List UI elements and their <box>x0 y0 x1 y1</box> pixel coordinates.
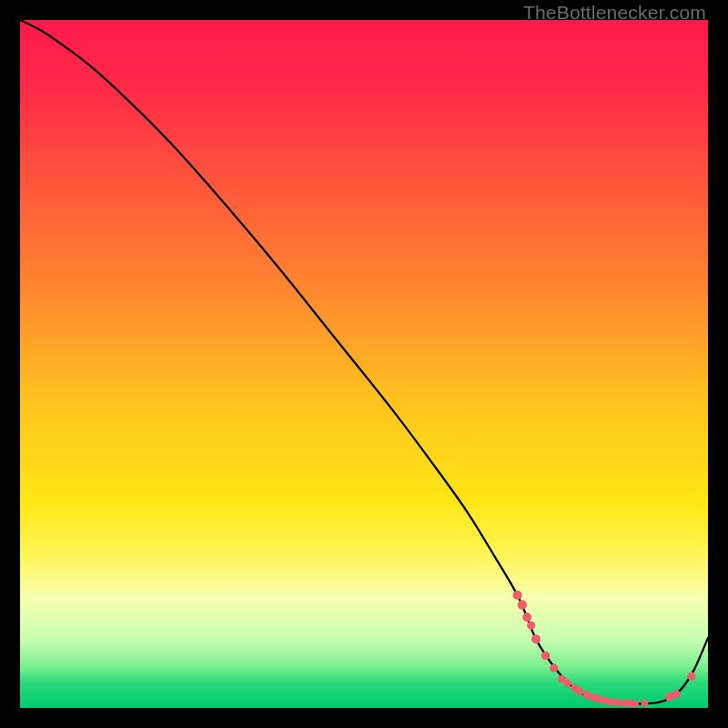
gradient-background <box>20 20 708 708</box>
marker-point <box>593 695 602 703</box>
marker-point <box>512 591 521 600</box>
marker-point <box>522 612 531 622</box>
marker-point <box>576 688 583 695</box>
marker-point <box>687 672 695 681</box>
marker-point <box>541 652 551 661</box>
marker-point <box>641 700 648 707</box>
marker-point <box>564 680 571 687</box>
marker-point <box>672 690 681 698</box>
marker-point <box>550 664 558 672</box>
marker-point <box>518 600 527 609</box>
marker-point <box>527 622 535 630</box>
plot-frame <box>20 20 708 708</box>
marker-point <box>531 634 541 643</box>
bottleneck-chart <box>20 20 708 708</box>
marker-point <box>613 699 622 707</box>
marker-point <box>632 700 639 707</box>
marker-point <box>606 698 613 705</box>
